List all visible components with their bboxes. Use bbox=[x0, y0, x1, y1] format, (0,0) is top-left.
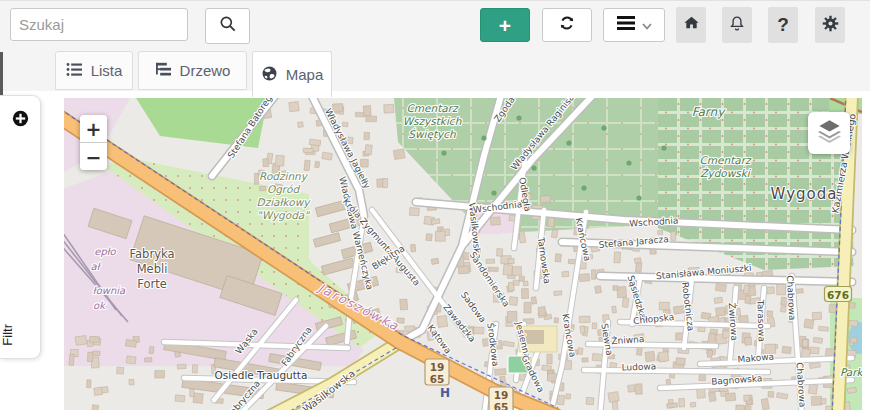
add-button[interactable]: + bbox=[480, 8, 530, 42]
building bbox=[635, 384, 642, 395]
building bbox=[622, 298, 629, 308]
building bbox=[315, 161, 320, 167]
building bbox=[437, 315, 448, 327]
plus-circle-icon[interactable] bbox=[12, 110, 29, 127]
gear-button[interactable] bbox=[815, 7, 845, 43]
building bbox=[409, 207, 419, 215]
building bbox=[667, 403, 678, 408]
tab-drzewo[interactable]: Drzewo bbox=[138, 51, 247, 90]
area-label: CmentarzWszystkichŚwiętych bbox=[403, 102, 462, 141]
help-icon: ? bbox=[777, 14, 789, 36]
layers-button[interactable] bbox=[808, 112, 850, 154]
filter-panel[interactable]: Filtr bbox=[0, 95, 41, 359]
building bbox=[645, 351, 655, 361]
building bbox=[707, 350, 712, 357]
area-label: RodzinnyOgródDziałkowy"Wygoda" bbox=[257, 170, 312, 222]
building bbox=[591, 270, 595, 279]
route-shield: 1965 bbox=[425, 359, 449, 385]
route-shield: 1965 bbox=[489, 387, 513, 410]
building bbox=[819, 326, 829, 331]
building bbox=[613, 286, 618, 291]
home-icon bbox=[682, 14, 701, 36]
building bbox=[579, 316, 590, 322]
zoom-in-button[interactable]: + bbox=[80, 115, 107, 143]
building bbox=[474, 327, 484, 334]
area-label: Park Mi bbox=[840, 366, 862, 378]
building bbox=[263, 159, 269, 167]
building bbox=[612, 306, 617, 313]
tree-icon bbox=[155, 62, 172, 80]
building bbox=[519, 276, 524, 281]
building bbox=[322, 152, 332, 160]
building bbox=[804, 319, 814, 329]
building bbox=[254, 173, 258, 184]
building bbox=[658, 351, 669, 362]
building bbox=[554, 318, 559, 323]
tab-label: Lista bbox=[91, 62, 123, 79]
building bbox=[303, 148, 313, 153]
home-button[interactable] bbox=[676, 7, 706, 43]
building bbox=[739, 315, 749, 323]
building bbox=[289, 102, 299, 112]
building bbox=[562, 271, 569, 277]
zoom-out-button[interactable]: − bbox=[80, 143, 107, 170]
menu-button[interactable] bbox=[603, 8, 665, 42]
building bbox=[744, 395, 750, 401]
building bbox=[507, 311, 517, 322]
bell-button[interactable] bbox=[722, 7, 752, 43]
building bbox=[767, 311, 773, 317]
building bbox=[659, 302, 669, 310]
tab-mapa[interactable]: Mapa bbox=[252, 51, 332, 97]
building bbox=[192, 365, 197, 373]
help-button[interactable]: ? bbox=[768, 7, 798, 43]
building bbox=[175, 395, 185, 402]
building bbox=[190, 389, 194, 396]
tab-lista[interactable]: Lista bbox=[55, 51, 133, 90]
application-window: + ? bbox=[0, 0, 870, 410]
search-input[interactable] bbox=[10, 8, 188, 41]
tab-label: Drzewo bbox=[180, 62, 231, 79]
building bbox=[547, 354, 552, 364]
list-icon bbox=[66, 62, 83, 80]
building bbox=[540, 195, 551, 203]
building bbox=[716, 307, 726, 316]
building bbox=[745, 337, 752, 345]
svg-text:19: 19 bbox=[494, 389, 509, 401]
building bbox=[155, 370, 165, 378]
building bbox=[495, 369, 506, 376]
building bbox=[87, 380, 92, 388]
building bbox=[490, 217, 500, 225]
building bbox=[850, 338, 857, 343]
tab-label: Mapa bbox=[286, 66, 324, 83]
building bbox=[821, 398, 826, 404]
building bbox=[698, 327, 705, 332]
refresh-icon bbox=[557, 13, 577, 37]
building bbox=[551, 230, 558, 238]
refresh-button[interactable] bbox=[542, 8, 592, 42]
bell-icon bbox=[728, 14, 746, 37]
building bbox=[708, 392, 716, 402]
search-button[interactable] bbox=[205, 8, 250, 44]
building bbox=[497, 249, 503, 257]
building bbox=[512, 267, 521, 276]
building bbox=[803, 339, 808, 347]
map-canvas[interactable]: Stefana BatoregoWładysława JagiełłyWłady… bbox=[64, 98, 862, 410]
building bbox=[612, 401, 618, 410]
building bbox=[566, 394, 571, 399]
building bbox=[193, 393, 203, 404]
building bbox=[384, 104, 394, 113]
building bbox=[149, 346, 154, 353]
building bbox=[431, 258, 439, 264]
building bbox=[690, 402, 696, 407]
building bbox=[725, 393, 735, 401]
layers-icon bbox=[816, 119, 843, 148]
building bbox=[628, 385, 635, 392]
building bbox=[768, 391, 774, 397]
building bbox=[592, 323, 596, 329]
building bbox=[617, 286, 627, 297]
map-zoom-control: + − bbox=[80, 115, 107, 170]
building bbox=[94, 387, 103, 395]
svg-text:65: 65 bbox=[430, 373, 445, 385]
building bbox=[260, 186, 266, 190]
building bbox=[364, 132, 370, 140]
